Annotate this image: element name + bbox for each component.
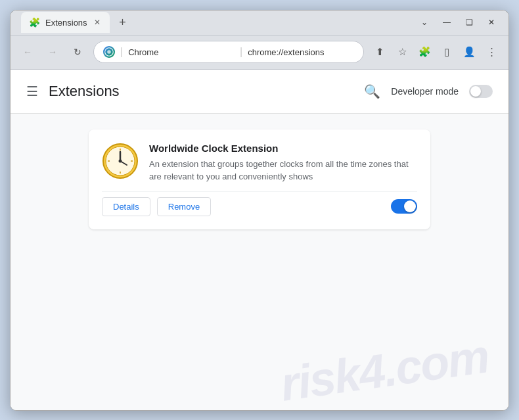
page-content: ☰ Extensions 🔍 Developer mode [11, 70, 508, 410]
close-button[interactable]: ✕ [481, 14, 502, 30]
tab-favicon: 🧩 [29, 17, 40, 28]
extensions-icon[interactable]: 🧩 [415, 43, 434, 61]
extension-name: Worldwide Clock Extension [149, 143, 417, 154]
extension-details: Worldwide Clock Extension An extension t… [149, 143, 417, 183]
window-controls: ⌄ — ❑ ✕ [414, 14, 502, 30]
chevron-button[interactable]: ⌄ [414, 14, 435, 30]
address-bar: ← → ↻ | Chrome | chrome://extensions ⬆ ☆… [11, 35, 508, 70]
page-title: Extensions [49, 83, 120, 100]
bookmark-icon[interactable]: ☆ [393, 43, 411, 61]
developer-mode-toggle[interactable] [469, 85, 493, 98]
minimize-button[interactable]: — [436, 14, 457, 30]
browser-window: 🧩 Extensions ✕ + ⌄ — ❑ ✕ ← → ↻ | [10, 10, 509, 411]
header-right: 🔍 Developer mode [364, 83, 493, 99]
extension-icon [102, 143, 139, 179]
title-bar: 🧩 Extensions ✕ + ⌄ — ❑ ✕ [11, 11, 508, 35]
svg-point-6 [119, 159, 122, 162]
extensions-list: Worldwide Clock Extension An extension t… [11, 114, 508, 410]
forward-button[interactable]: → [43, 43, 62, 61]
extension-actions: Details Remove [102, 191, 417, 216]
menu-icon[interactable]: ⋮ [482, 43, 501, 61]
extensions-header: ☰ Extensions 🔍 Developer mode [11, 70, 508, 114]
extension-card: Worldwide Clock Extension An extension t… [89, 129, 430, 229]
reload-button[interactable]: ↻ [68, 43, 87, 61]
svg-point-1 [107, 50, 111, 54]
url-pipe: | [240, 46, 242, 58]
active-tab[interactable]: 🧩 Extensions ✕ [21, 12, 110, 33]
details-button[interactable]: Details [102, 197, 150, 216]
url-bar[interactable]: | Chrome | chrome://extensions [93, 41, 364, 63]
toolbar-icons: ⬆ ☆ 🧩 ▯ 👤 ⋮ [371, 43, 501, 61]
share-icon[interactable]: ⬆ [371, 43, 389, 61]
url-divider: | [120, 46, 123, 58]
tab-close-button[interactable]: ✕ [93, 17, 102, 28]
tab-strip: 🧩 Extensions ✕ + [17, 12, 132, 33]
back-button[interactable]: ← [18, 43, 37, 61]
extensions-page: ☰ Extensions 🔍 Developer mode [11, 70, 508, 410]
url-favicon [103, 46, 115, 58]
tab-title: Extensions [45, 18, 87, 28]
remove-button[interactable]: Remove [157, 197, 211, 216]
extension-info: Worldwide Clock Extension An extension t… [102, 143, 417, 183]
developer-mode-label: Developer mode [391, 86, 459, 97]
search-icon[interactable]: 🔍 [364, 83, 380, 99]
sidebar-icon[interactable]: ▯ [438, 43, 456, 61]
profile-icon[interactable]: 👤 [460, 43, 478, 61]
url-address[interactable]: chrome://extensions [248, 47, 354, 57]
extension-enabled-toggle[interactable] [391, 199, 417, 214]
hamburger-icon[interactable]: ☰ [26, 83, 38, 99]
url-site-name: Chrome [128, 47, 235, 57]
maximize-button[interactable]: ❑ [459, 14, 480, 30]
new-tab-button[interactable]: + [114, 13, 132, 32]
extension-description: An extension that groups together clocks… [149, 158, 417, 183]
